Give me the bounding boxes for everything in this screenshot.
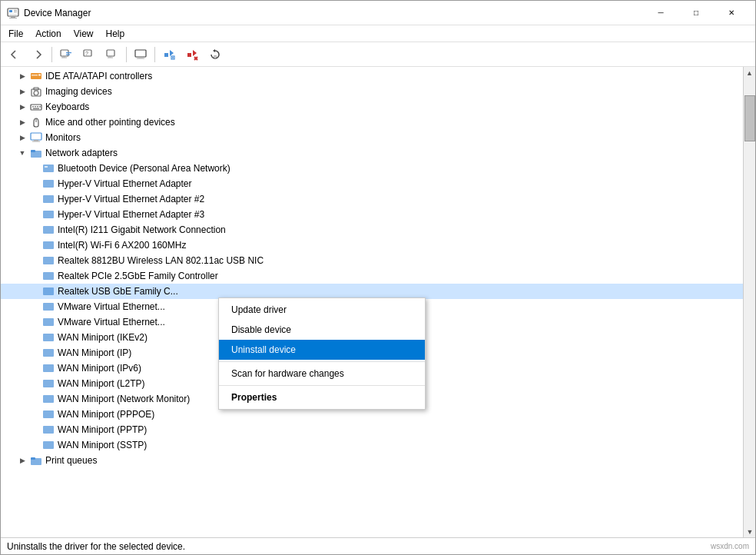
ctx-scan-hardware[interactable]: Scan for hardware changes [219,364,425,384]
network-device-icon-v2 [42,316,55,328]
network-folder-icon [30,147,42,159]
expand-print[interactable]: ▶ [16,454,28,467]
svg-rect-34 [32,75,38,76]
tree-item-mice[interactable]: ▶ Mice and other pointing devices [1,115,743,130]
svg-rect-64 [43,349,54,357]
ide-icon [30,70,42,82]
wan3-label: WAN Miniport (IPv6) [56,363,141,374]
device-manager-window: Device Manager ─ □ ✕ File Action View He… [0,0,756,555]
svg-rect-50 [31,150,35,152]
network-device-icon-h1 [42,178,55,190]
tree-item-ide[interactable]: ▶ IDE ATA/ATAPI controllers [1,68,743,84]
ctx-properties[interactable]: Properties [219,387,425,407]
scroll-thumb[interactable] [744,95,755,141]
tree-item-imaging[interactable]: ▶ Imaging devices [1,84,743,99]
expand-ide[interactable]: ▶ [16,70,28,82]
svg-rect-59 [43,272,54,280]
maximize-button[interactable]: □ [678,1,714,25]
tree-item-realtek2[interactable]: Realtek PCIe 2.5GbE Family Controller [1,268,743,284]
expand-keyboards[interactable]: ▶ [16,101,28,113]
expand-imaging[interactable]: ▶ [16,85,28,98]
close-button[interactable]: ✕ [714,1,749,25]
vmware1-label: VMware Virtual Ethernet... [56,301,165,312]
network-device-icon-i2 [42,239,55,251]
toolbar-btn-3[interactable] [101,45,123,65]
ctx-separator-1 [219,361,425,362]
hyper1-label: Hyper-V Virtual Ethernet Adapter [56,178,192,189]
ctx-separator-2 [219,385,425,386]
tree-item-wan8[interactable]: WAN Miniport (SSTP) [1,437,743,453]
svg-rect-18 [138,57,143,58]
tree-item-monitors[interactable]: ▶ Monitors [1,130,743,145]
wan8-label: WAN Miniport (SSTP) [56,440,147,450]
menu-file[interactable]: File [2,25,29,42]
expand-monitors[interactable]: ▶ [16,131,28,144]
tree-item-hyper1[interactable]: Hyper-V Virtual Ethernet Adapter [1,176,743,191]
hyper2-label: Hyper-V Virtual Ethernet Adapter #2 [56,194,204,204]
wan2-label: WAN Miniport (IP) [56,347,131,358]
tree-item-keyboards[interactable]: ▶ Keyboards [1,99,743,115]
svg-rect-17 [135,50,146,57]
forward-button[interactable] [27,45,48,65]
realtek2-label: Realtek PCIe 2.5GbE Family Controller [56,271,218,281]
monitors-label: Monitors [44,132,81,143]
toolbar-btn-2[interactable]: ? [78,45,100,65]
tree-item-realtek1[interactable]: Realtek 8812BU Wireless LAN 802.11ac USB… [1,253,743,268]
toolbar-sep-3 [154,47,155,62]
toolbar-monitor[interactable] [130,45,151,65]
svg-rect-57 [43,241,54,249]
wan7-label: WAN Miniport (PPTP) [56,424,147,435]
tree-item-realtek3[interactable]: Realtek USB GbE Family C... [1,284,743,299]
svg-rect-1 [11,16,15,18]
svg-rect-44 [33,108,39,110]
tree-item-wan7[interactable]: WAN Miniport (PPTP) [1,422,743,437]
svg-text:?: ? [85,51,88,56]
expand-network[interactable]: ▼ [16,147,28,159]
svg-rect-8 [62,56,65,58]
expand-mice[interactable]: ▶ [16,116,28,128]
ctx-disable-device[interactable]: Disable device [219,320,425,340]
network-device-icon-w1 [42,331,55,344]
svg-point-37 [34,91,38,95]
toolbar-refresh[interactable] [204,45,226,65]
app-icon [7,7,19,19]
tree-item-bt[interactable]: Bluetooth Device (Personal Area Network) [1,161,743,176]
wan1-label: WAN Miniport (IKEv2) [56,332,148,343]
window-title: Device Manager [24,8,643,18]
svg-rect-52 [45,166,48,168]
svg-rect-56 [43,226,54,234]
tree-item-hyper3[interactable]: Hyper-V Virtual Ethernet Adapter #3 [1,207,743,222]
svg-marker-29 [213,49,215,52]
network-device-icon-w6 [42,408,55,420]
svg-rect-46 [31,133,41,140]
scroll-up[interactable]: ▲ [744,67,755,79]
back-button[interactable] [4,45,25,65]
minimize-button[interactable]: ─ [643,1,678,25]
network-device-icon-w4 [42,377,55,390]
ctx-uninstall-device[interactable]: Uninstall device [219,340,425,360]
tree-item-print[interactable]: ▶ Print queues [1,453,743,468]
vertical-scrollbar[interactable]: ▲ ▼ [743,67,755,537]
tree-item-hyper2[interactable]: Hyper-V Virtual Ethernet Adapter #2 [1,191,743,207]
mice-label: Mice and other pointing devices [44,117,175,128]
svg-rect-60 [43,287,54,295]
toolbar-remove[interactable] [181,45,203,65]
network-device-icon-r3 [42,285,55,297]
ctx-update-driver[interactable]: Update driver [219,300,425,320]
svg-marker-26 [193,50,197,56]
menu-action[interactable]: Action [29,25,67,42]
svg-rect-5 [14,12,17,12]
tree-item-intel2[interactable]: Intel(R) Wi-Fi 6 AX200 160MHz [1,238,743,253]
tree-item-intel1[interactable]: Intel(R) I211 Gigabit Network Connection [1,222,743,238]
scroll-down[interactable]: ▼ [744,526,755,537]
toolbar-btn-1[interactable] [55,45,77,65]
svg-rect-11 [66,54,70,55]
imaging-label: Imaging devices [44,86,112,97]
svg-rect-48 [32,141,40,142]
toolbar-add[interactable] [158,45,180,65]
menu-view[interactable]: View [68,25,100,42]
svg-rect-55 [43,211,54,218]
device-tree[interactable]: ▶ IDE ATA/ATAPI controllers ▶ [1,67,743,537]
menu-help[interactable]: Help [100,25,131,42]
tree-item-network[interactable]: ▼ Network adapters [1,145,743,161]
